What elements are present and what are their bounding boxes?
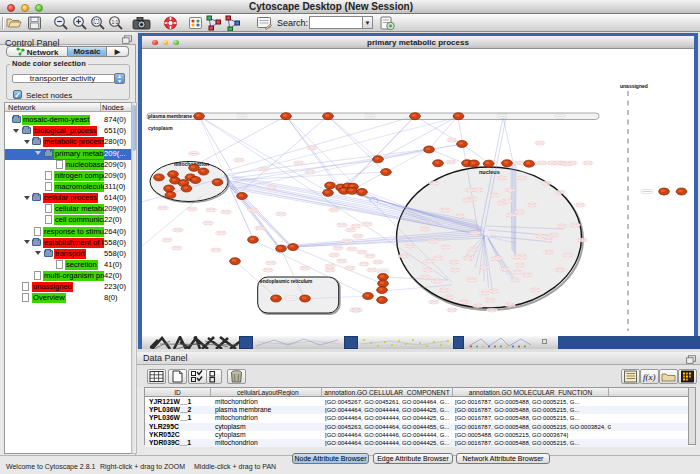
svg-text:endoplasmic reticulum: endoplasmic reticulum bbox=[260, 279, 312, 284]
svg-text:plasma membrane: plasma membrane bbox=[148, 113, 192, 119]
svg-text:1:1: 1:1 bbox=[111, 19, 118, 25]
svg-text:unassigned: unassigned bbox=[620, 83, 648, 89]
svg-text:f(x): f(x) bbox=[643, 372, 656, 382]
svg-text:cytoplasm: cytoplasm bbox=[148, 125, 173, 131]
svg-text:nucleus: nucleus bbox=[479, 169, 500, 175]
